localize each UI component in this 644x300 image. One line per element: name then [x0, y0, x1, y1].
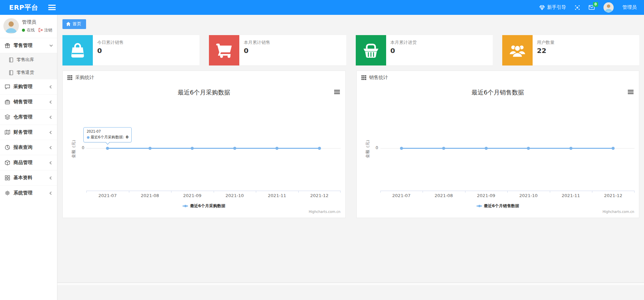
journal-icon — [9, 57, 14, 62]
data-point[interactable] — [612, 147, 615, 150]
x-axis-label: 2021-08 — [429, 193, 459, 198]
y-axis-tick-label: 0 — [368, 145, 378, 150]
x-axis-label: 2021-08 — [135, 193, 165, 198]
legend-item[interactable]: 最近6个月销售数据 — [477, 203, 519, 209]
sidebar-item-label: 报表查询 — [14, 144, 47, 151]
sidebar-item-warehouse[interactable]: 仓库管理 — [0, 109, 57, 125]
panel-title: 销售统计 — [369, 75, 388, 81]
purchase-chart: 最近6个月采购数据金额（元）02021-072021-082021-092021… — [63, 84, 345, 218]
legend-item[interactable]: 最近6个月采购数据 — [183, 203, 225, 209]
chart-panels: 采购统计 最近6个月采购数据金额（元）02021-072021-082021-0… — [62, 71, 639, 218]
messages-button[interactable]: 0 — [589, 5, 595, 10]
online-status-label: 在线 — [27, 27, 35, 33]
x-axis-label: 2021-12 — [598, 193, 628, 198]
tab-home[interactable]: 首页 — [62, 19, 86, 29]
journal-icon — [9, 70, 14, 75]
data-point[interactable] — [275, 147, 278, 150]
data-point[interactable] — [149, 147, 152, 150]
sidebar-item-label: 财务管理 — [14, 129, 47, 135]
legend-label: 最近6个月采购数据 — [190, 203, 225, 209]
data-point[interactable] — [400, 147, 403, 150]
sidebar-item-retail-return[interactable]: 零售退货 — [0, 66, 57, 79]
x-axis-label: 2021-07 — [92, 193, 123, 198]
data-point[interactable] — [233, 147, 236, 150]
data-point[interactable] — [485, 147, 488, 150]
data-point[interactable] — [106, 147, 109, 150]
submenu-item-label: 零售退货 — [17, 70, 34, 76]
topbar-username[interactable]: 管理员 — [622, 4, 637, 10]
topbar: ERP平台 新手引导 0 管理员 — [0, 0, 644, 15]
tooltip: 2021-07●最近6个月采购数据: 0 — [83, 127, 132, 142]
topbar-avatar[interactable] — [603, 2, 614, 12]
x-axis-tick — [86, 191, 87, 193]
credits[interactable]: Highcharts.com.cn — [602, 210, 634, 214]
x-axis-tick — [592, 191, 592, 193]
data-point[interactable] — [318, 147, 321, 150]
data-point[interactable] — [569, 147, 572, 150]
sidebar-item-label: 销售管理 — [14, 99, 47, 105]
online-status-dot — [22, 29, 25, 32]
stat-card-month-purchase[interactable]: 本月累计进货 0 — [356, 35, 493, 65]
sidebar-item-label: 商品管理 — [14, 160, 47, 166]
th-grid-icon — [361, 75, 366, 80]
guide-link[interactable]: 新手引导 — [539, 4, 566, 10]
chevron-left-icon — [50, 146, 53, 149]
fullscreen-button[interactable] — [575, 5, 580, 10]
data-point[interactable] — [191, 147, 194, 150]
guide-label: 新手引导 — [547, 4, 566, 10]
sales-stats-panel: 销售统计 最近6个月销售数据金额（元）02021-072021-082021-0… — [356, 71, 640, 218]
tooltip-category: 2021-07 — [87, 130, 129, 133]
sidebar-item-purchase[interactable]: 采购管理 — [0, 79, 57, 94]
sales-chart: 最近6个月销售数据金额（元）02021-072021-082021-092021… — [357, 84, 639, 218]
th-grid-icon — [68, 75, 72, 80]
logout-link[interactable]: 注销 — [38, 27, 52, 33]
data-point[interactable] — [527, 147, 530, 150]
sidebar-item-system[interactable]: 系统管理 — [0, 185, 57, 200]
purchase-stats-panel: 采购统计 最近6个月采购数据金额（元）02021-072021-082021-0… — [62, 71, 346, 218]
cart-icon — [209, 35, 239, 65]
stat-card-today-sales[interactable]: 今日累计销售 0 — [62, 35, 199, 65]
shopping-bag-icon — [62, 35, 93, 65]
home-icon — [66, 22, 71, 26]
panel-header: 采购统计 — [63, 71, 345, 84]
layers-icon — [5, 114, 10, 120]
sidebar-item-reports[interactable]: 报表查询 — [0, 140, 57, 155]
stat-label: 用户数量 — [537, 39, 555, 46]
sidebar-item-retail[interactable]: 零售管理 — [0, 38, 57, 53]
sidebar-item-goods[interactable]: 商品管理 — [0, 155, 57, 170]
pie-chart-icon — [5, 145, 10, 150]
series-line — [108, 148, 320, 149]
stat-card-user-count[interactable]: 用户数量 22 — [502, 35, 639, 65]
gift-icon — [5, 43, 10, 48]
chevron-left-icon — [50, 131, 53, 134]
x-axis-tick — [465, 191, 465, 193]
sidebar-item-finance[interactable]: 财务管理 — [0, 125, 57, 140]
series-marker-dot: ● — [87, 135, 90, 139]
tooltip-series-value: ●最近6个月采购数据: 0 — [87, 135, 129, 140]
chevron-left-icon — [50, 161, 53, 164]
gear-icon — [5, 190, 10, 196]
credits[interactable]: Highcharts.com.cn — [309, 210, 341, 214]
chart-menu-button[interactable] — [628, 90, 634, 94]
sidebar-toggle-icon[interactable] — [48, 5, 56, 10]
x-axis-label: 2021-09 — [471, 193, 501, 198]
data-point[interactable] — [442, 147, 445, 150]
stat-value: 0 — [244, 47, 270, 55]
ledger-icon — [5, 130, 10, 135]
sidebar-item-basic-data[interactable]: 基本资料 — [0, 170, 57, 185]
panel-header: 销售统计 — [357, 71, 639, 84]
sidebar-item-sales[interactable]: 销售管理 — [0, 94, 57, 109]
x-axis-label: 2021-10 — [513, 193, 544, 198]
sidebar-username: 管理员 — [22, 19, 52, 25]
x-axis-tick — [423, 191, 423, 193]
briefcase-icon — [5, 99, 10, 105]
x-axis-label: 2021-11 — [262, 193, 292, 198]
chart-menu-button[interactable] — [334, 90, 340, 94]
sidebar-item-label: 仓库管理 — [14, 114, 47, 120]
sidebar-avatar[interactable] — [3, 18, 19, 34]
stat-card-month-sales[interactable]: 本月累计销售 0 — [209, 35, 346, 65]
sidebar-item-retail-outbound[interactable]: 零售出库 — [0, 53, 57, 66]
x-axis-label: 2021-07 — [386, 193, 417, 198]
x-axis-tick — [214, 191, 214, 193]
legend-marker — [477, 206, 482, 207]
